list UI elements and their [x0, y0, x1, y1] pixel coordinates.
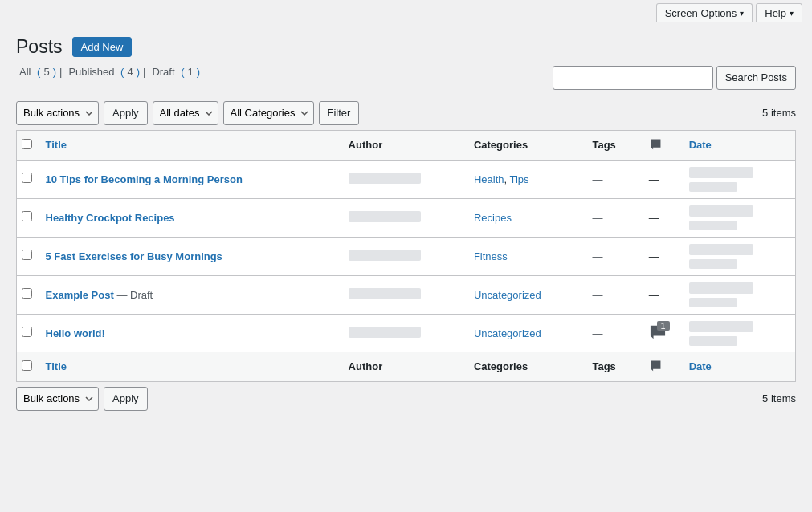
- author-blurred: [349, 288, 421, 299]
- date-blurred-line1: [689, 167, 753, 178]
- filter-published-link[interactable]: Published (4): [65, 66, 140, 78]
- author-blurred: [349, 173, 421, 184]
- date-blurred-line1: [689, 205, 753, 217]
- row-author-cell: [341, 237, 466, 275]
- comment-bubble-header-icon: [649, 137, 663, 151]
- author-blurred: [349, 327, 421, 338]
- apply-button-top[interactable]: Apply: [104, 101, 148, 125]
- date-blurred-line2: [689, 221, 737, 230]
- page-header: Posts Add New: [16, 35, 796, 59]
- post-title-link[interactable]: Healthy Crockpot Recipes: [46, 212, 175, 224]
- row-date-cell: [681, 198, 796, 237]
- row-date-cell: [681, 275, 796, 314]
- select-all-checkbox-top[interactable]: [22, 139, 32, 149]
- tablenav-bottom: Bulk actions Apply 5 items: [16, 387, 796, 411]
- author-column-header: Author: [341, 130, 466, 160]
- author-column-footer: Author: [341, 352, 466, 382]
- date-sort-link[interactable]: Date: [689, 139, 712, 151]
- row-title-cell: 10 Tips for Becoming a Morning Person: [38, 160, 341, 198]
- screen-options-label: Screen Options: [665, 7, 737, 19]
- select-all-checkbox-bottom[interactable]: [22, 360, 32, 371]
- help-button[interactable]: Help ▾: [756, 3, 802, 22]
- date-sort-link-footer[interactable]: Date: [689, 360, 712, 372]
- search-input[interactable]: [553, 66, 713, 90]
- categories-filter-select[interactable]: All Categories: [223, 101, 314, 125]
- row-comments-cell: —: [641, 237, 681, 275]
- search-posts-button[interactable]: Search Posts: [716, 66, 796, 90]
- row-comments-cell: —: [641, 160, 681, 198]
- filter-button[interactable]: Filter: [319, 101, 360, 125]
- category-link[interactable]: Uncategorized: [474, 327, 541, 339]
- categories-column-footer: Categories: [466, 352, 585, 382]
- page-title: Posts: [16, 35, 63, 59]
- table-row: Hello world!Uncategorized—1: [17, 314, 796, 352]
- category-link[interactable]: Recipes: [474, 212, 512, 224]
- row-categories-cell: Fitness: [466, 237, 585, 275]
- post-filter-links: All (5) | Published (4) | Draft (1): [16, 66, 200, 78]
- tags-column-header: Tags: [584, 130, 640, 160]
- row-checkbox-cell: [17, 160, 38, 198]
- draft-label: — Draft: [114, 289, 153, 301]
- comments-column-header: [641, 130, 681, 160]
- dates-filter-select[interactable]: All dates: [153, 101, 218, 125]
- screen-options-button[interactable]: Screen Options ▾: [656, 3, 753, 22]
- row-date-cell: [681, 314, 796, 352]
- table-row: Example Post — DraftUncategorized——: [17, 275, 796, 314]
- row-author-cell: [341, 275, 466, 314]
- select-all-header: [17, 130, 38, 160]
- date-blurred-line1: [689, 321, 753, 332]
- row-categories-cell: Health, Tips: [466, 160, 585, 198]
- row-categories-cell: Recipes: [466, 198, 585, 237]
- row-comments-cell: —: [641, 198, 681, 237]
- row-select-checkbox[interactable]: [22, 250, 32, 260]
- row-select-checkbox[interactable]: [22, 173, 32, 183]
- post-title-link[interactable]: 5 Fast Exercises for Busy Mornings: [46, 250, 222, 262]
- date-column-header: Date: [681, 130, 796, 160]
- category-link[interactable]: Tips: [510, 173, 529, 185]
- table-row: 10 Tips for Becoming a Morning PersonHea…: [17, 160, 796, 198]
- category-link[interactable]: Health: [474, 173, 504, 185]
- filter-all-link[interactable]: All (5): [16, 66, 56, 78]
- top-nav-left: All (5) | Published (4) | Draft (1): [16, 66, 200, 86]
- category-link[interactable]: Uncategorized: [474, 289, 541, 301]
- search-box: Search Posts: [553, 66, 796, 90]
- title-sort-link-footer[interactable]: Title: [46, 360, 67, 372]
- title-sort-link[interactable]: Title: [46, 139, 67, 151]
- title-column-header: Title: [38, 130, 341, 160]
- title-column-footer: Title: [38, 352, 341, 382]
- author-blurred: [349, 211, 421, 222]
- row-categories-cell: Uncategorized: [466, 314, 585, 352]
- row-title-cell: Hello world!: [38, 314, 341, 352]
- date-blurred-line1: [689, 244, 753, 255]
- bulk-actions-select-bottom[interactable]: Bulk actions: [16, 387, 99, 411]
- date-blurred-line2: [689, 182, 737, 192]
- category-link[interactable]: Fitness: [474, 250, 508, 262]
- row-author-cell: [341, 160, 466, 198]
- filter-draft-link[interactable]: Draft (1): [149, 66, 200, 78]
- date-blurred-line2: [689, 336, 737, 346]
- row-tags-cell: —: [584, 160, 640, 198]
- add-new-button[interactable]: Add New: [72, 37, 133, 57]
- comment-count-badge: 1: [657, 321, 670, 331]
- row-select-checkbox[interactable]: [22, 211, 32, 221]
- categories-column-header: Categories: [466, 130, 585, 160]
- bulk-actions-select-top[interactable]: Bulk actions: [16, 101, 99, 125]
- row-comments-cell: 1: [641, 314, 681, 352]
- row-checkbox-cell: [17, 237, 38, 275]
- apply-button-bottom[interactable]: Apply: [104, 387, 148, 411]
- comment-badge-wrap: 1: [649, 324, 667, 340]
- posts-table: Title Author Categories Tags Date 10 Tip…: [16, 130, 796, 382]
- row-title-cell: 5 Fast Exercises for Busy Mornings: [38, 237, 341, 275]
- row-comments-cell: —: [641, 275, 681, 314]
- row-author-cell: [341, 198, 466, 237]
- row-select-checkbox[interactable]: [22, 327, 32, 337]
- tablenav-top: Bulk actions Apply All dates All Categor…: [16, 101, 796, 125]
- row-author-cell: [341, 314, 466, 352]
- post-title-link[interactable]: Example Post: [46, 289, 114, 301]
- post-title-link[interactable]: 10 Tips for Becoming a Morning Person: [46, 173, 243, 185]
- table-header-row: Title Author Categories Tags Date: [17, 130, 796, 160]
- row-select-checkbox[interactable]: [22, 288, 32, 299]
- row-checkbox-cell: [17, 275, 38, 314]
- post-title-link[interactable]: Hello world!: [46, 327, 105, 339]
- screen-options-chevron-icon: ▾: [740, 9, 744, 18]
